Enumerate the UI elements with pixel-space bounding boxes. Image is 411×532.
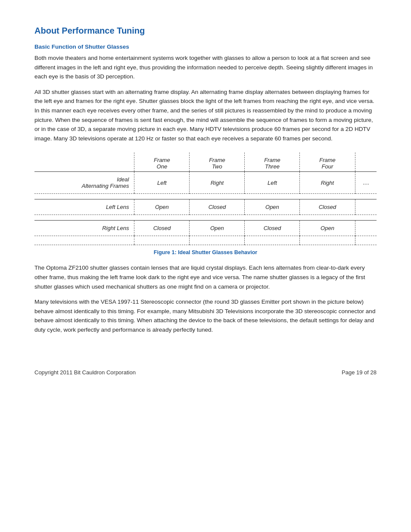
paragraph-2: All 3D shutter glasses start with an alt… <box>34 87 377 143</box>
row-spacer-2 <box>34 215 377 221</box>
footer: Copyright 2011 Bit Cauldron Corporation … <box>34 369 377 376</box>
bottom-label-spacer <box>34 236 134 245</box>
bottom-val-2 <box>190 236 245 245</box>
footer-right: Page 19 of 28 <box>342 369 377 376</box>
ideal-trailing <box>355 172 377 194</box>
right-val-3: Closed <box>245 221 300 236</box>
col-header-4: FrameFour <box>300 152 355 172</box>
ideal-val-3: Left <box>245 172 300 194</box>
left-trailing <box>355 199 377 215</box>
label-right-lens: Right Lens <box>34 221 134 236</box>
figure-caption: Figure 1: Ideal Shutter Glasses Behavior <box>34 249 377 255</box>
ideal-val-2: Right <box>190 172 245 194</box>
spacer-1 <box>34 194 377 199</box>
bottom-val-4 <box>300 236 355 245</box>
col-header-1: FrameOne <box>134 152 190 172</box>
row-right-lens: Right Lens Closed Open Closed Open <box>34 221 377 236</box>
bottom-trailing <box>355 236 377 245</box>
page-title: About Performance Tuning <box>34 26 377 36</box>
header-trailing <box>355 152 377 172</box>
bottom-val-1 <box>134 236 190 245</box>
row-spacer-1 <box>34 194 377 199</box>
row-left-lens: Left Lens Open Closed Open Closed <box>34 199 377 215</box>
right-val-1: Closed <box>134 221 190 236</box>
right-val-2: Open <box>190 221 245 236</box>
label-left-lens: Left Lens <box>34 199 134 215</box>
right-trailing <box>355 221 377 236</box>
col-header-3: FrameThree <box>245 152 300 172</box>
bottom-val-3 <box>245 236 300 245</box>
left-val-1: Open <box>134 199 190 215</box>
ideal-val-1: Left <box>134 172 190 194</box>
shutter-diagram: FrameOne FrameTwo FrameThree FrameFour I… <box>34 152 377 245</box>
page-content: About Performance Tuning Basic Function … <box>0 0 411 401</box>
ideal-val-4: Right <box>300 172 355 194</box>
paragraph-3: The Optoma ZF2100 shutter glasses contai… <box>34 263 377 291</box>
left-val-2: Closed <box>190 199 245 215</box>
header-empty <box>34 152 134 172</box>
row-ideal: IdealAlternating Frames Left Right Left … <box>34 172 377 194</box>
footer-left: Copyright 2011 Bit Cauldron Corporation <box>34 369 136 376</box>
row-bottom-spacer <box>34 236 377 245</box>
col-header-2: FrameTwo <box>190 152 245 172</box>
shutter-table: FrameOne FrameTwo FrameThree FrameFour I… <box>34 152 377 245</box>
right-val-4: Open <box>300 221 355 236</box>
spacer-2 <box>34 215 377 221</box>
left-val-3: Open <box>245 199 300 215</box>
section-heading: Basic Function of Shutter Glasses <box>34 44 377 50</box>
paragraph-1: Both movie theaters and home entertainme… <box>34 53 377 81</box>
label-ideal: IdealAlternating Frames <box>34 172 134 194</box>
paragraph-4: Many televisions with the VESA 1997-11 S… <box>34 297 377 334</box>
left-val-4: Closed <box>300 199 355 215</box>
table-header-row: FrameOne FrameTwo FrameThree FrameFour <box>34 152 377 172</box>
